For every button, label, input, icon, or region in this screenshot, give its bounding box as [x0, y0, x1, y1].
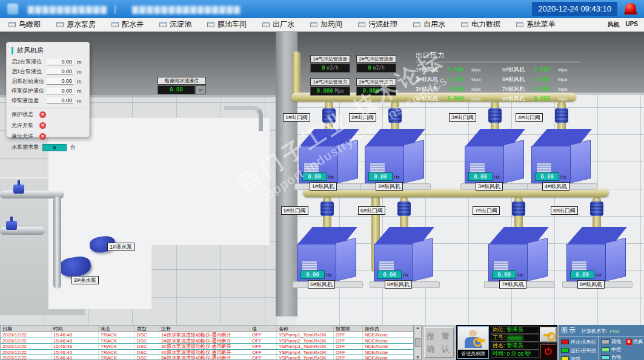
alarm-cell-1: 15:46:48: [51, 344, 99, 349]
window-icon: [516, 22, 523, 27]
title-separator: |: [114, 4, 116, 15]
logout-power-button[interactable]: ⏻: [540, 344, 557, 359]
alarm-row[interactable]: 2020/12/2215:46:40TRACKDSC5#原水泵温度振动检仪-通讯…: [1, 355, 413, 360]
panel-title: 鼓风机房: [17, 46, 44, 55]
blower-unit[interactable]: [363, 128, 428, 191]
outlet-valve[interactable]: [397, 201, 411, 216]
panel-title-row: 鼓风机房: [12, 46, 85, 55]
setpoint-label: 启泵起始液位: [12, 77, 47, 85]
blower-unit[interactable]: [565, 226, 629, 289]
key-icon: [543, 334, 551, 336]
nav-item-3[interactable]: 沉淀池: [159, 19, 191, 30]
setpoint-input[interactable]: 0.00: [47, 59, 73, 65]
alarm-cell-6: YSPump1_Tem\RxOK: [277, 332, 334, 338]
valve-label: 1#出口阀: [283, 113, 310, 122]
nav-item-10[interactable]: 系统菜单: [516, 19, 556, 30]
blower-frequency: 0.00Hz: [535, 172, 566, 181]
nav-item-5[interactable]: 出厂水: [262, 19, 294, 30]
alarm-row[interactable]: 2020/12/2215:46:40TRACKDSC4#原水泵温度振动检仪-通讯…: [1, 350, 413, 356]
outlet-valve[interactable]: [320, 201, 334, 216]
alarm-bell-icon[interactable]: [623, 2, 638, 16]
outlet-valve[interactable]: [590, 201, 603, 216]
alarm-cell-5: OFF: [250, 338, 277, 344]
blower-label: 1#鼓风机: [310, 182, 337, 191]
scada-window: ▇▇▇▇▇▇▇▇▇▇▇ | ▇▇▇▇▇▇▇▇▇▇▇▇▇▇▇ 2020-12-24…: [0, 0, 644, 360]
valve-label: 5#出口阀: [281, 206, 308, 215]
outlet-valve[interactable]: [322, 108, 336, 123]
title-bar: ▇▇▇▇▇▇▇▇▇▇▇ | ▇▇▇▇▇▇▇▇▇▇▇▇▇▇▇ 2020-12-24…: [0, 0, 644, 18]
scroll-down-icon[interactable]: ▼: [416, 355, 420, 359]
legend-label: 停止/关到位: [571, 339, 596, 345]
alarm-cell-8: 操作员: [363, 326, 414, 332]
flow-meter: 1#气冲总管流量 0m3/h: [310, 55, 350, 73]
valve-label: 4#出口阀: [516, 113, 543, 122]
blower-unit[interactable]: [530, 128, 594, 191]
alarm-row[interactable]: 2020/12/2215:46:48TRACKDSC2#原水泵温度振动检仪-通讯…: [1, 338, 413, 344]
setpoint-unit: m: [77, 59, 82, 65]
blower-frequency: 0.00Hz: [368, 172, 400, 181]
blower-unit[interactable]: [296, 226, 360, 289]
alarm-cell-3: DSC: [135, 344, 159, 349]
nav-item-9[interactable]: 电力数据: [461, 19, 500, 30]
pump-demand-label: 水泵需求量: [12, 143, 39, 151]
blower-unit[interactable]: [487, 226, 551, 289]
scroll-up-icon[interactable]: ▲: [416, 326, 420, 330]
nav-right-link[interactable]: 风机: [607, 21, 619, 29]
scrollbar-thumb[interactable]: [415, 338, 420, 347]
alarm-cell-1: 15:46:48: [51, 338, 99, 344]
pressure-unit: Mpa: [558, 96, 568, 102]
alarm-scrollbar[interactable]: ▲ ▼: [414, 325, 422, 360]
outlet-valve[interactable]: [555, 108, 568, 123]
legend-item: 故障: [561, 355, 599, 360]
alarm-cell-0: 日期: [1, 326, 51, 332]
pump-demand-row: 水泵需求量 0 台: [12, 143, 85, 151]
setpoint-input[interactable]: 0.00: [47, 68, 73, 75]
alarm-cell-5: OFF: [250, 332, 277, 338]
nav-item-2[interactable]: 配水井: [111, 19, 144, 30]
nav-item-1[interactable]: 原水泵房: [56, 19, 96, 30]
butterfly-valve-icon[interactable]: [6, 221, 17, 230]
alarm-row[interactable]: 2020/12/2215:46:48TRACKDSC3#原水泵温度振动检仪-通讯…: [1, 344, 413, 350]
blower-frequency: 0.00Hz: [377, 270, 409, 279]
nav-item-6[interactable]: 加药间: [310, 19, 342, 30]
pressure-value: 0.000: [534, 96, 558, 102]
blower-name: 3#鼓风机: [416, 85, 447, 93]
blower-unit[interactable]: [373, 226, 437, 289]
nav-item-0[interactable]: 鸟瞰图: [8, 19, 41, 30]
setpoint-input[interactable]: 0.00: [47, 78, 73, 85]
alarm-ack-button[interactable]: 报 警 确 认: [424, 327, 454, 358]
alarm-row[interactable]: 2020/12/2215:46:48TRACKDSC1#原水泵温度振动检仪-通讯…: [1, 332, 413, 338]
nav-right-link[interactable]: UPS: [625, 21, 638, 29]
meter-label: 1#气冲总管压力: [310, 78, 350, 86]
window-title-left: ▇▇▇▇▇▇▇▇▇▇▇: [28, 5, 108, 14]
alarm-cell-7: 报警限: [334, 326, 363, 332]
computer-name-value: PM1: [609, 329, 619, 334]
outlet-pressure-item: 8#鼓风机 0.000 Mpa: [502, 94, 580, 103]
nav-item-4[interactable]: 膜池车间: [207, 19, 247, 30]
setpoint-input[interactable]: 0.00: [47, 88, 73, 94]
alarm-cell-2: TRACK: [99, 338, 135, 344]
blower-unit[interactable]: [297, 128, 362, 191]
login-key-button[interactable]: [540, 327, 557, 342]
blower-label: 3#鼓风机: [476, 182, 503, 191]
valve-label: 2#出口阀: [349, 113, 376, 122]
pump-demand-value: 0: [42, 144, 67, 151]
alarm-table: 日期时间状态类型注释值名称报警限操作员2020/12/2215:46:48TRA…: [0, 325, 414, 360]
butterfly-valve-icon[interactable]: [13, 185, 24, 194]
status-row: 允许开泵 ×: [12, 122, 85, 129]
meter-label: 2#气冲总管流量: [356, 55, 396, 63]
app-logo-icon: [7, 4, 18, 15]
setpoint-input[interactable]: 0.00: [47, 97, 73, 104]
pressure-value: 0.000: [447, 86, 471, 92]
outlet-valve[interactable]: [488, 108, 502, 123]
nav-item-7[interactable]: 污泥处理: [358, 19, 397, 30]
alarm-cell-6: 名称: [277, 326, 334, 332]
blower-unit[interactable]: [463, 128, 528, 191]
nav-item-label: 污泥处理: [368, 19, 397, 30]
setpoint-label: 启1台泵液位: [12, 68, 47, 76]
outlet-valve[interactable]: [388, 108, 402, 123]
outlet-valve[interactable]: [512, 201, 525, 216]
nav-item-8[interactable]: 自用水: [413, 19, 445, 30]
status-label: 保护状态: [12, 111, 33, 119]
alarm-cell-7: OFF: [334, 355, 363, 360]
